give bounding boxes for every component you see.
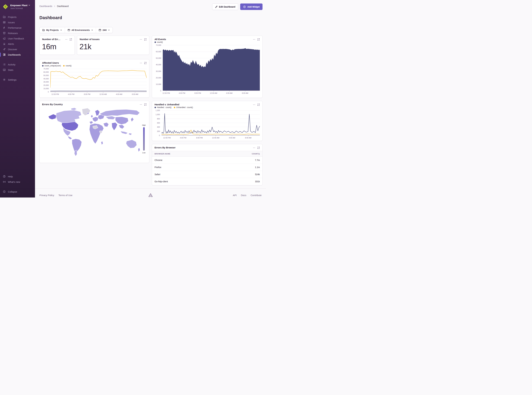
org-switcher[interactable]: Empower Plant Jane Schmidt (0, 2, 35, 11)
cell-browser-name: Firefox (152, 164, 220, 171)
activity-icon (3, 63, 6, 66)
table-row[interactable]: Firefox1.1m (152, 164, 262, 171)
map-region-scandinavia[interactable] (95, 110, 100, 116)
widget-title: Number of Issues (80, 38, 100, 41)
ellipsis-icon[interactable] (253, 147, 255, 149)
widget-number-of-issues: Number of Issues 21k (77, 36, 149, 55)
table-header-row: BROWSER.NAME COUNT() (152, 151, 262, 157)
ellipsis-icon[interactable] (140, 62, 142, 64)
sidebar-item-settings[interactable]: Settings (0, 77, 35, 82)
sidebar-item-performance[interactable]: Performance (0, 25, 35, 30)
time-range-filter[interactable]: 24H (96, 27, 113, 33)
projects-filter[interactable]: My Projects (40, 27, 65, 33)
footer-link-terms-of-use[interactable]: Terms of Use (58, 194, 72, 197)
sidebar-item-collapse[interactable]: Collapse (0, 189, 35, 194)
breadcrumb-current: Dashboard (57, 5, 69, 7)
expand-icon[interactable] (257, 38, 260, 41)
column-browser-name[interactable]: BROWSER.NAME (152, 151, 220, 157)
sidebar-item-releases[interactable]: Releases (0, 30, 35, 36)
table-row[interactable]: Safari524k (152, 171, 262, 178)
sidebar-item-help[interactable]: Help (0, 174, 35, 179)
map-region-indonesia[interactable] (120, 131, 128, 134)
table-row[interactable]: Chrome7.7m (152, 157, 262, 164)
sidebar-item-label: What's new (8, 181, 20, 183)
projects-icon (3, 15, 6, 18)
world-map[interactable]: High Low (40, 106, 149, 158)
sidebar-item-projects[interactable]: Projects (0, 14, 35, 20)
plus-circle-icon (243, 5, 246, 8)
all-events-chart[interactable]: 70,00060,00050,00040,00030,00020,00010,0… (152, 43, 262, 95)
ellipsis-icon[interactable] (140, 38, 142, 41)
dashboard-grid: Number of Err… 16m Number of Issues (35, 33, 266, 186)
column-count[interactable]: COUNT() (220, 151, 262, 157)
map-region-se-asia[interactable] (119, 125, 125, 129)
map-region-argentina[interactable] (74, 150, 77, 156)
map-region-iberia[interactable] (89, 121, 93, 124)
map-region-alaska[interactable] (48, 114, 56, 119)
choropleth-map[interactable] (42, 106, 147, 156)
map-region-japan[interactable] (131, 117, 134, 122)
map-region-china[interactable] (115, 117, 128, 124)
org-user: Jane Schmidt (10, 7, 30, 10)
sidebar-item-label: Collapse (8, 190, 17, 193)
sidebar-item-user-feedback[interactable]: User Feedback (0, 36, 35, 41)
map-legend: High Low (142, 124, 146, 154)
chart-legend: count_unique(user)count() (42, 64, 71, 67)
expand-icon[interactable] (144, 62, 147, 64)
map-region-greenland[interactable] (82, 108, 90, 115)
sidebar-item-activity[interactable]: Activity (0, 62, 35, 67)
map-region-middle-east[interactable] (103, 122, 109, 127)
footer-link-contribute[interactable]: Contribute (251, 194, 261, 197)
legend-dot (63, 65, 65, 66)
add-widget-button[interactable]: Add Widget (240, 4, 262, 10)
map-region-new-zealand[interactable] (138, 148, 140, 152)
breadcrumb-dashboards[interactable]: Dashboards (39, 5, 52, 7)
ellipsis-icon[interactable] (140, 103, 142, 106)
map-region-canada[interactable] (56, 110, 81, 123)
sidebar-item-dashboards[interactable]: Dashboards (0, 52, 35, 57)
table-row[interactable]: Go-http-client331k (152, 178, 262, 185)
sidebar-item-label: Help (8, 175, 13, 178)
handled-unhandled-chart[interactable]: 1,2001,0008006004002000 12:00 PM4:00 PM8… (152, 109, 262, 140)
map-region-west-europe[interactable] (92, 117, 98, 122)
map-legend-high: High (142, 124, 146, 126)
map-region-indonesia-east[interactable] (129, 133, 132, 135)
sidebar-item-label: Dashboards (8, 53, 21, 56)
map-region-central-america[interactable] (68, 136, 72, 139)
affected-users-chart[interactable]: 70,00060,00050,00040,00030,00020,00010,0… (40, 67, 149, 96)
map-region-central-asia[interactable] (106, 116, 115, 119)
sidebar-item-label: Settings (8, 78, 16, 81)
ellipsis-icon[interactable] (253, 104, 255, 106)
edit-dashboard-button[interactable]: Edit Dashboard (212, 4, 238, 10)
map-region-madagascar[interactable] (101, 141, 103, 145)
expand-icon[interactable] (144, 103, 147, 106)
widget-errors-by-country: Errors By Country (39, 101, 149, 163)
expand-icon[interactable] (144, 38, 147, 41)
cell-count: 524k (220, 171, 262, 178)
map-region-canada-islands[interactable] (71, 108, 77, 110)
sidebar-item-label: Alerts (8, 43, 14, 45)
ellipsis-icon[interactable] (253, 38, 255, 41)
map-region-australia[interactable] (126, 140, 137, 148)
map-region-uk[interactable] (91, 115, 93, 118)
ellipsis-icon[interactable] (65, 38, 68, 41)
dashboards-icon (3, 53, 6, 56)
sidebar-item-stats[interactable]: Stats (0, 67, 35, 72)
sidebar-item-label: Releases (8, 32, 18, 34)
legend-dot (155, 42, 156, 43)
sidebar-footer: HelpWhat's newCollapse (0, 174, 35, 194)
footer-link-api[interactable]: API (233, 194, 237, 197)
map-region-india[interactable] (112, 122, 118, 131)
footer-link-docs[interactable]: Docs (241, 194, 246, 197)
map-region-russia[interactable] (100, 110, 140, 116)
expand-icon[interactable] (257, 147, 260, 149)
sidebar-item-what-s-new[interactable]: What's new (0, 179, 35, 185)
expand-icon[interactable] (257, 104, 260, 106)
widget-title: Errors By Browser (155, 146, 176, 149)
sidebar-item-alerts[interactable]: Alerts (0, 41, 35, 47)
sidebar-item-issues[interactable]: Issues (0, 20, 35, 25)
environments-filter[interactable]: All Environments (65, 27, 96, 33)
expand-icon[interactable] (70, 38, 72, 41)
sidebar-item-discover[interactable]: Discover (0, 47, 35, 52)
footer-link-privacy-policy[interactable]: Privacy Policy (39, 194, 54, 197)
